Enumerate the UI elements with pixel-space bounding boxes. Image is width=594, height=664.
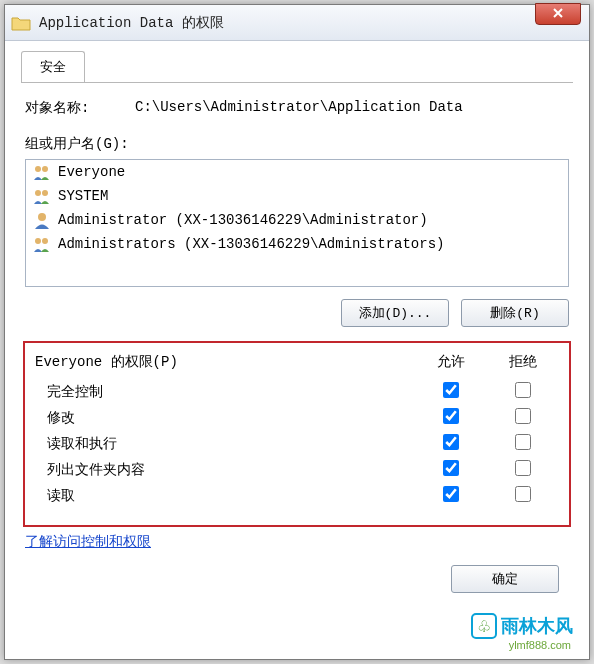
close-button[interactable] bbox=[535, 3, 581, 25]
dialog-buttons: 确定 bbox=[21, 565, 559, 593]
allow-cell bbox=[415, 460, 487, 480]
list-item-label: Everyone bbox=[58, 164, 125, 180]
list-item-label: Administrators (XX-13036146229\Administr… bbox=[58, 236, 444, 252]
folder-icon bbox=[11, 15, 31, 31]
allow-checkbox[interactable] bbox=[443, 486, 459, 502]
object-name-label: 对象名称: bbox=[25, 99, 135, 117]
list-item[interactable]: Everyone bbox=[26, 160, 568, 184]
permission-row: 完全控制 bbox=[35, 379, 559, 405]
permission-row: 修改 bbox=[35, 405, 559, 431]
list-item[interactable]: SYSTEM bbox=[26, 184, 568, 208]
group-icon bbox=[32, 187, 52, 205]
principal-buttons: 添加(D)... 删除(R) bbox=[25, 299, 569, 327]
watermark-text: 雨林木风 bbox=[501, 614, 573, 638]
watermark-url: ylmf888.com bbox=[509, 639, 571, 651]
permission-row: 读取 bbox=[35, 483, 559, 509]
allow-checkbox[interactable] bbox=[443, 434, 459, 450]
remove-button[interactable]: 删除(R) bbox=[461, 299, 569, 327]
allow-cell bbox=[415, 408, 487, 428]
deny-cell bbox=[487, 486, 559, 506]
allow-cell bbox=[415, 486, 487, 506]
svg-point-5 bbox=[35, 238, 41, 244]
svg-point-2 bbox=[35, 190, 41, 196]
allow-checkbox[interactable] bbox=[443, 382, 459, 398]
permission-name: 完全控制 bbox=[47, 383, 415, 401]
leaf-icon: ♧ bbox=[471, 613, 497, 639]
deny-checkbox[interactable] bbox=[515, 382, 531, 398]
titlebar[interactable]: Application Data 的权限 bbox=[5, 5, 589, 41]
group-icon bbox=[32, 163, 52, 181]
ok-button[interactable]: 确定 bbox=[451, 565, 559, 593]
permissions-rows: 完全控制修改读取和执行列出文件夹内容读取 bbox=[35, 379, 559, 509]
list-item-label: SYSTEM bbox=[58, 188, 108, 204]
svg-point-1 bbox=[42, 166, 48, 172]
permission-name: 修改 bbox=[47, 409, 415, 427]
deny-checkbox[interactable] bbox=[515, 486, 531, 502]
dialog-content: 安全 对象名称: C:\Users\Administrator\Applicat… bbox=[5, 41, 589, 603]
object-name-row: 对象名称: C:\Users\Administrator\Application… bbox=[25, 99, 569, 117]
permissions-for-label: Everyone 的权限(P) bbox=[35, 353, 415, 371]
tab-security[interactable]: 安全 bbox=[21, 51, 85, 82]
allow-cell bbox=[415, 382, 487, 402]
svg-point-6 bbox=[42, 238, 48, 244]
close-icon bbox=[552, 7, 564, 22]
deny-cell bbox=[487, 460, 559, 480]
deny-column-header: 拒绝 bbox=[487, 353, 559, 371]
permission-name: 读取和执行 bbox=[47, 435, 415, 453]
permission-name: 列出文件夹内容 bbox=[47, 461, 415, 479]
svg-point-0 bbox=[35, 166, 41, 172]
object-name-value: C:\Users\Administrator\Application Data bbox=[135, 99, 569, 117]
tab-strip: 安全 bbox=[21, 51, 573, 83]
permission-row: 读取和执行 bbox=[35, 431, 559, 457]
watermark: ♧ 雨林木风 ylmf888.com bbox=[471, 613, 573, 639]
list-item-label: Administrator (XX-13036146229\Administra… bbox=[58, 212, 428, 228]
deny-checkbox[interactable] bbox=[515, 434, 531, 450]
svg-point-4 bbox=[38, 213, 46, 221]
permissions-frame: Everyone 的权限(P) 允许 拒绝 完全控制修改读取和执行列出文件夹内容… bbox=[23, 341, 571, 527]
learn-link-row: 了解访问控制和权限 bbox=[25, 533, 569, 551]
principals-list[interactable]: Everyone SYSTEM Administrator (XX-130361… bbox=[25, 159, 569, 287]
deny-checkbox[interactable] bbox=[515, 460, 531, 476]
groups-label: 组或用户名(G): bbox=[25, 135, 569, 153]
deny-cell bbox=[487, 434, 559, 454]
permission-row: 列出文件夹内容 bbox=[35, 457, 559, 483]
permissions-dialog: Application Data 的权限 安全 对象名称: C:\Users\A… bbox=[4, 4, 590, 660]
add-button[interactable]: 添加(D)... bbox=[341, 299, 449, 327]
window-title: Application Data 的权限 bbox=[39, 14, 224, 32]
deny-cell bbox=[487, 408, 559, 428]
allow-checkbox[interactable] bbox=[443, 408, 459, 424]
permission-name: 读取 bbox=[47, 487, 415, 505]
list-item[interactable]: Administrator (XX-13036146229\Administra… bbox=[26, 208, 568, 232]
group-icon bbox=[32, 235, 52, 253]
allow-column-header: 允许 bbox=[415, 353, 487, 371]
deny-cell bbox=[487, 382, 559, 402]
svg-point-3 bbox=[42, 190, 48, 196]
list-item[interactable]: Administrators (XX-13036146229\Administr… bbox=[26, 232, 568, 256]
deny-checkbox[interactable] bbox=[515, 408, 531, 424]
permissions-header: Everyone 的权限(P) 允许 拒绝 bbox=[35, 353, 559, 371]
user-icon bbox=[32, 211, 52, 229]
learn-acl-link[interactable]: 了解访问控制和权限 bbox=[25, 534, 151, 550]
allow-checkbox[interactable] bbox=[443, 460, 459, 476]
allow-cell bbox=[415, 434, 487, 454]
